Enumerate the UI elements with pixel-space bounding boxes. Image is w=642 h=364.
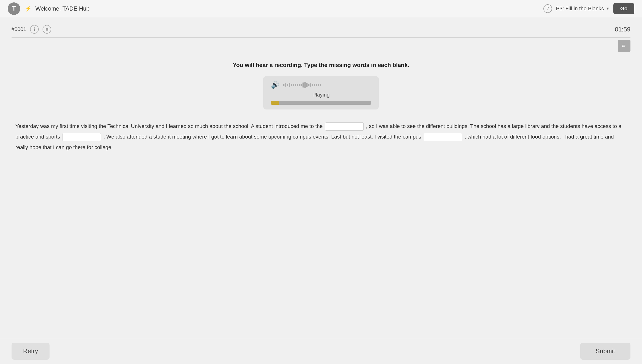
header: T ⚡ Welcome, TADE Hub ? P3: Fill in the …: [0, 0, 642, 17]
question-left: #0001 ℹ ⊞: [12, 25, 51, 34]
progress-bar: [271, 101, 371, 105]
retry-button[interactable]: Retry: [12, 343, 50, 360]
progress-bar-fill: [271, 101, 279, 105]
audio-top: 🔊: [271, 81, 371, 89]
task-label: P3: Fill in the Blanks: [556, 6, 604, 12]
lightning-icon: ⚡: [25, 6, 32, 12]
timer: 01:59: [615, 26, 630, 33]
note-icon[interactable]: ✏: [618, 40, 630, 52]
question-number: #0001: [12, 26, 26, 32]
audio-player-wrapper: 🔊: [12, 76, 630, 110]
chevron-down-icon: ▼: [606, 6, 610, 11]
help-icon[interactable]: ?: [543, 4, 552, 13]
avatar: T: [8, 2, 20, 15]
grid-icon[interactable]: ⊞: [43, 25, 51, 34]
blank-input-1[interactable]: [325, 122, 364, 130]
waveform: [283, 82, 371, 88]
audio-status: Playing: [271, 92, 371, 98]
instructions: You will hear a recording. Type the miss…: [12, 62, 630, 68]
task-selector[interactable]: P3: Fill in the Blanks ▼: [556, 6, 609, 12]
blank-input-3[interactable]: [424, 133, 462, 141]
passage-text-3: . We also attended a student meeting whe…: [103, 134, 421, 140]
speaker-icon: 🔊: [271, 81, 279, 89]
welcome-text: Welcome, TADE Hub: [35, 5, 89, 12]
blank-input-2[interactable]: [63, 133, 101, 141]
bottom-bar: Retry Submit: [0, 338, 642, 364]
note-icon-container: ✏: [12, 40, 630, 52]
question-bar: #0001 ℹ ⊞ 01:59: [12, 25, 630, 38]
main-content: #0001 ℹ ⊞ 01:59 ✏ You will hear a record…: [0, 17, 642, 338]
audio-player[interactable]: 🔊: [263, 76, 379, 110]
info-icon[interactable]: ℹ: [30, 25, 39, 34]
passage: Yesterday was my first time visiting the…: [12, 121, 630, 338]
header-right: ? P3: Fill in the Blanks ▼ Go: [543, 3, 634, 14]
go-button[interactable]: Go: [613, 3, 634, 14]
passage-text-1: Yesterday was my first time visiting the…: [15, 123, 323, 129]
submit-button[interactable]: Submit: [580, 343, 630, 360]
